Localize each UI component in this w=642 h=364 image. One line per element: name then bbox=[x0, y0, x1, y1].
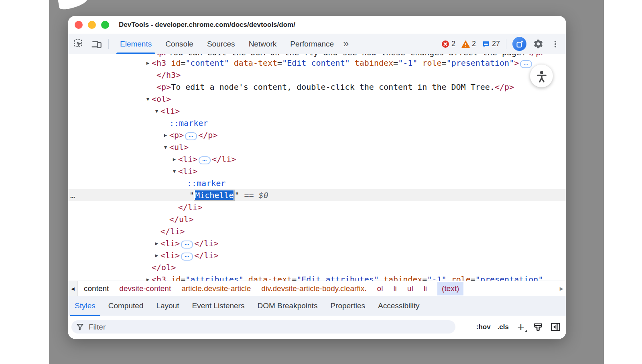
dom-tree-line[interactable]: ▸<p>•••</p> bbox=[68, 129, 566, 141]
dom-tree-line[interactable]: <p>To edit a node's content, double-clic… bbox=[68, 81, 566, 93]
expand-arrow-icon[interactable]: ▸ bbox=[145, 57, 151, 69]
collapse-arrow-icon[interactable]: ▾ bbox=[145, 93, 151, 105]
close-window-button[interactable] bbox=[75, 21, 83, 29]
dom-tree[interactable]: <p>You can edit the DOM on the fly and s… bbox=[68, 54, 566, 281]
breadcrumb-item-text[interactable]: (text) bbox=[437, 282, 463, 295]
plus-icon: + bbox=[517, 323, 524, 332]
dom-tree-line[interactable]: …"Michelle" == $0 bbox=[68, 189, 566, 201]
collapse-arrow-icon[interactable]: ▾ bbox=[154, 105, 160, 117]
rendering-brush-button[interactable] bbox=[533, 322, 543, 332]
tab-network[interactable]: Network bbox=[242, 34, 284, 54]
breadcrumb-item-devsite-content[interactable]: devsite-content bbox=[119, 284, 171, 293]
text-node-edit-box[interactable]: Michelle bbox=[194, 190, 234, 200]
dom-tree-line[interactable]: ▸<h3 id="content" data-text="Edit conten… bbox=[68, 57, 566, 69]
sidebar-tab-accessibility[interactable]: Accessibility bbox=[372, 296, 426, 316]
code-token bbox=[166, 58, 171, 68]
selected-text-node-value[interactable]: Michelle bbox=[195, 190, 234, 200]
dom-tree-line[interactable]: ▾<ol> bbox=[68, 93, 566, 105]
dom-tree-line[interactable]: ▸<li>•••</li> bbox=[68, 237, 566, 249]
tab-elements[interactable]: Elements bbox=[113, 34, 158, 54]
collapse-arrow-icon[interactable]: ▾ bbox=[171, 165, 177, 177]
code-token: = bbox=[442, 58, 447, 68]
code-token: id bbox=[171, 58, 181, 68]
settings-button[interactable] bbox=[532, 38, 544, 50]
device-toolbar-icon[interactable] bbox=[91, 38, 102, 49]
tab-sources[interactable]: Sources bbox=[200, 34, 242, 54]
inline-expand-ellipsis-button[interactable]: ••• bbox=[185, 132, 197, 140]
inline-expand-ellipsis-button[interactable]: ••• bbox=[181, 253, 193, 261]
tab-console[interactable]: Console bbox=[158, 34, 200, 54]
dom-tree-line[interactable]: ▾<li> bbox=[68, 165, 566, 177]
console-errors-badge[interactable]: 2 bbox=[441, 40, 455, 48]
code-token: "attributes" bbox=[185, 275, 244, 281]
code-token: = bbox=[181, 58, 185, 68]
expand-arrow-icon[interactable]: ▸ bbox=[145, 273, 151, 281]
breadcrumb-item-ol[interactable]: ol bbox=[377, 284, 383, 293]
element-classes-button[interactable]: .cls bbox=[498, 323, 509, 331]
code-token: <p> bbox=[169, 130, 184, 140]
dom-tree-line[interactable]: </h3> bbox=[68, 69, 566, 81]
dom-tree-line[interactable]: </ol> bbox=[68, 261, 566, 273]
code-token: <li> bbox=[160, 239, 180, 248]
accessibility-overlay-button[interactable] bbox=[530, 65, 553, 87]
expand-arrow-icon[interactable]: ▸ bbox=[163, 129, 169, 141]
toolbar-right-group: 2 2 27 bbox=[441, 34, 561, 54]
sidebar-tab-event-listeners[interactable]: Event Listeners bbox=[185, 296, 251, 316]
breadcrumb-item-ul[interactable]: ul bbox=[407, 284, 413, 293]
sidebar-tab-dom-breakpoints[interactable]: DOM Breakpoints bbox=[251, 296, 324, 316]
dom-tree-line[interactable]: ::marker bbox=[68, 177, 566, 189]
expand-arrow-icon[interactable]: ▸ bbox=[171, 153, 177, 165]
selected-row-dots: … bbox=[70, 189, 75, 201]
breadcrumb-item-content[interactable]: content bbox=[84, 284, 109, 293]
tab-performance[interactable]: Performance bbox=[283, 34, 341, 54]
sidebar-tab-layout[interactable]: Layout bbox=[150, 296, 185, 316]
inspect-element-icon[interactable] bbox=[73, 38, 84, 49]
new-style-rule-button[interactable]: + bbox=[516, 322, 526, 332]
dom-tree-line[interactable]: ▾<li> bbox=[68, 105, 566, 117]
toggle-sidebar-button[interactable] bbox=[550, 322, 561, 332]
code-token: <li> bbox=[160, 251, 180, 260]
window-controls bbox=[75, 21, 109, 29]
breadcrumb-scroll-left-button[interactable]: ◀ bbox=[68, 281, 78, 296]
toggle-element-state-button[interactable]: :hov bbox=[476, 323, 491, 331]
dom-tree-line[interactable]: </li> bbox=[68, 201, 566, 213]
minimize-window-button[interactable] bbox=[88, 21, 96, 29]
sidebar-tab-properties[interactable]: Properties bbox=[324, 296, 372, 316]
code-token: "presentation" bbox=[447, 58, 514, 68]
dom-tree-line[interactable]: ▸<h3 id="attributes" data-text="Edit att… bbox=[68, 273, 566, 281]
dom-tree-line[interactable]: </ul> bbox=[68, 213, 566, 225]
dom-tree-line[interactable]: ▸<li>•••</li> bbox=[68, 153, 566, 165]
filter-field[interactable] bbox=[71, 320, 455, 334]
collapse-arrow-icon[interactable]: ▾ bbox=[163, 141, 169, 153]
ai-assistance-button[interactable] bbox=[512, 37, 526, 51]
breadcrumb-scroll-right-button[interactable]: ▶ bbox=[560, 281, 563, 296]
breadcrumb-item-div-devsite-article-body-clearfix[interactable]: div.devsite-article-body.clearfix. bbox=[261, 284, 366, 293]
zoom-window-button[interactable] bbox=[101, 21, 109, 29]
styles-filter-input[interactable] bbox=[88, 322, 451, 332]
dom-tree-line[interactable]: ▸<li>•••</li> bbox=[68, 249, 566, 261]
sidebar-tab-styles[interactable]: Styles bbox=[68, 296, 102, 316]
styles-pane-controls: :hov .cls + bbox=[476, 316, 561, 338]
expand-arrow-icon[interactable]: ▸ bbox=[154, 249, 160, 261]
console-warnings-badge[interactable]: 2 bbox=[461, 40, 476, 48]
inline-expand-ellipsis-button[interactable]: ••• bbox=[199, 156, 211, 164]
code-token: </h3> bbox=[156, 70, 181, 80]
breadcrumb-item-li[interactable]: li bbox=[424, 284, 427, 293]
issues-badge[interactable]: 27 bbox=[482, 40, 500, 48]
inline-expand-ellipsis-button[interactable]: ••• bbox=[520, 60, 532, 68]
more-options-button[interactable] bbox=[550, 38, 561, 50]
dom-tree-line[interactable]: ::marker bbox=[68, 117, 566, 129]
dropdown-corner-icon bbox=[525, 330, 527, 332]
code-token: " bbox=[234, 190, 239, 200]
code-token: <p> bbox=[156, 82, 171, 92]
breadcrumb-item-article-devsite-article[interactable]: article.devsite-article bbox=[181, 284, 251, 293]
dom-tree-line[interactable]: </li> bbox=[68, 225, 566, 237]
sidebar-tab-computed[interactable]: Computed bbox=[102, 296, 150, 316]
more-tabs-icon[interactable]: » bbox=[341, 37, 351, 50]
dom-tree-line[interactable]: ▾<ul> bbox=[68, 141, 566, 153]
inline-expand-ellipsis-button[interactable]: ••• bbox=[181, 241, 193, 249]
expand-arrow-icon[interactable]: ▸ bbox=[154, 237, 160, 249]
styles-pane-toolbar: :hov .cls + bbox=[68, 316, 566, 339]
breadcrumb-item-li[interactable]: li bbox=[393, 284, 396, 293]
code-token: role bbox=[422, 58, 441, 68]
